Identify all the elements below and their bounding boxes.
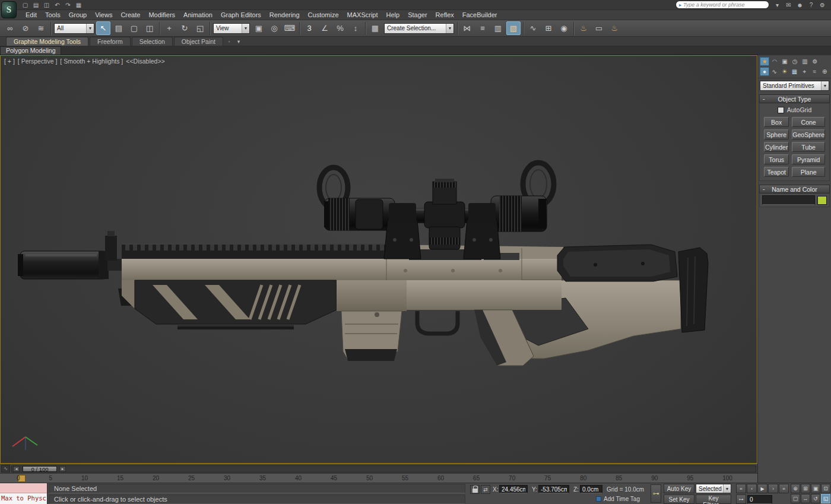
modify-tab-icon[interactable]: ◠ (770, 57, 779, 66)
open-file-icon[interactable]: ▤ (31, 1, 41, 9)
time-slider-track[interactable]: ◂ 0 / 100 ▸ (11, 465, 756, 473)
new-scene-icon[interactable]: ▢ (20, 1, 30, 9)
pyramid-button[interactable]: Pyramid (792, 154, 825, 164)
workspace-icon[interactable]: ⚙ (817, 1, 827, 9)
menu-tools[interactable]: Tools (41, 11, 65, 18)
space-warps-category-icon[interactable]: ≈ (810, 67, 819, 76)
turret-housing[interactable] (424, 179, 465, 249)
menu-create[interactable]: Create (116, 11, 144, 18)
sphere-button[interactable]: Sphere (764, 129, 789, 140)
viewport-pov-menu[interactable]: [ Perspective ] (18, 58, 58, 65)
select-and-manipulate-icon[interactable]: ◎ (267, 21, 281, 35)
geometry-category-icon[interactable]: ● (760, 67, 769, 76)
next-frame-arrow[interactable]: ▸ (59, 466, 66, 472)
object-color-swatch[interactable] (817, 196, 827, 205)
orbit-view-button[interactable]: ↺ (811, 494, 820, 503)
menu-rendering[interactable]: Rendering (265, 11, 304, 18)
primitive-category-dropdown[interactable]: Standard Primitives ▼ (760, 81, 829, 91)
max-logo-icon[interactable]: S (1, 1, 17, 18)
save-file-icon[interactable]: ◫ (42, 1, 52, 9)
zoom-all-button[interactable]: ⊞ (801, 484, 810, 493)
auto-key-button[interactable]: Auto Key (664, 484, 694, 493)
toggle-scene-explorer-icon[interactable]: ▥ (491, 21, 505, 35)
systems-category-icon[interactable]: ⊕ (820, 67, 829, 76)
toggle-ribbon-icon[interactable]: ▧ (506, 21, 521, 35)
pan-view-button[interactable]: ↔ (801, 494, 810, 503)
geosphere-button[interactable]: GeoSphere (792, 129, 825, 140)
select-and-rotate-icon[interactable]: ↻ (177, 21, 192, 35)
perspective-viewport[interactable]: [ + ][ Perspective ][ Smooth + Highlight… (0, 55, 757, 464)
current-frame-field[interactable] (747, 495, 772, 504)
help-icon[interactable]: ? (806, 1, 816, 9)
ribbon-config-icon[interactable]: ▾ (234, 37, 243, 46)
rendered-frame-window-icon[interactable]: ▭ (592, 21, 606, 35)
select-and-move-icon[interactable]: + (162, 21, 176, 35)
search-input[interactable] (683, 2, 766, 8)
viewport-shading-menu[interactable]: [ Smooth + Highlights ] (60, 58, 123, 65)
rollout-header-object-type[interactable]: - Object Type (759, 94, 830, 103)
material-editor-icon[interactable]: ◉ (557, 21, 571, 35)
teapot-button[interactable]: Teapot (764, 167, 789, 177)
panel-tab-polygon-modeling[interactable]: Polygon Modeling (0, 46, 61, 55)
cone-button[interactable]: Cone (792, 117, 825, 127)
communication-center-icon[interactable]: ✉ (784, 1, 794, 9)
previous-frame-button[interactable]: ‹ (747, 484, 757, 493)
tab-selection[interactable]: Selection (132, 37, 173, 46)
play-animation-button[interactable]: ▶ (757, 484, 767, 493)
zoom-extents-all-button[interactable]: ⊡ (821, 484, 830, 493)
time-slider-handle[interactable]: 0 / 100 (23, 466, 57, 472)
maxscript-mini-listener[interactable]: Max to Physc. (0, 483, 47, 504)
menu-animation[interactable]: Animation (179, 11, 217, 18)
menu-modifiers[interactable]: Modifiers (144, 11, 179, 18)
butt-pad[interactable] (678, 248, 708, 332)
edit-named-selection-sets-icon[interactable]: ▦ (368, 21, 382, 35)
create-tab-icon[interactable]: ★ (760, 57, 769, 66)
z-coordinate-field[interactable] (580, 485, 602, 493)
menu-facebuilder[interactable]: FaceBuilder (458, 11, 502, 18)
suppressor[interactable] (18, 251, 109, 279)
ribbon-display-toggle-icon[interactable]: ◦ (224, 37, 234, 46)
box-button[interactable]: Box (764, 117, 789, 127)
magazine[interactable] (337, 280, 407, 361)
use-pivot-center-icon[interactable]: ▣ (252, 21, 266, 35)
curve-editor-icon[interactable]: ∿ (526, 21, 540, 35)
spinner-snap-icon[interactable]: ↕ (348, 21, 363, 35)
shapes-category-icon[interactable]: ∿ (770, 67, 779, 76)
maximize-viewport-toggle-button[interactable]: ◱ (821, 494, 830, 503)
key-mode-toggle-button[interactable]: ⊶ (736, 495, 746, 504)
unlink-selection-icon[interactable]: ⊘ (18, 21, 33, 35)
autogrid-checkbox[interactable] (778, 107, 784, 113)
tab-graphite-modeling-tools[interactable]: Graphite Modeling Tools (6, 37, 88, 46)
cheek-rest[interactable] (557, 245, 677, 281)
listener-macro-row[interactable] (0, 483, 47, 493)
selection-filter-dropdown[interactable]: All ▼ (54, 23, 94, 34)
key-filters-button[interactable]: Key Filters... (696, 495, 731, 504)
menu-group[interactable]: Group (65, 11, 91, 18)
select-by-name-icon[interactable]: ▤ (112, 21, 126, 35)
motion-tab-icon[interactable]: ◷ (790, 57, 800, 66)
rectangular-selection-region-icon[interactable]: ▢ (127, 21, 141, 35)
sign-in-icon[interactable]: ☻ (795, 1, 805, 9)
go-to-start-button[interactable]: « (736, 484, 746, 493)
lights-category-icon[interactable]: ☀ (780, 67, 789, 76)
align-icon[interactable]: ≡ (475, 21, 490, 35)
objective-housing[interactable] (491, 196, 547, 232)
selection-lock-toggle[interactable] (470, 485, 480, 494)
schematic-view-icon[interactable]: ⊞ (541, 21, 556, 35)
menu-stager[interactable]: Stager (404, 11, 431, 18)
menu-reflex[interactable]: Reflex (432, 11, 458, 18)
snaps-toggle-icon[interactable]: 3 (302, 21, 316, 35)
select-and-link-icon[interactable]: ∞ (3, 21, 17, 35)
previous-frame-arrow[interactable]: ◂ (13, 466, 20, 472)
angle-snap-icon[interactable]: ∠ (318, 21, 332, 35)
redo-icon[interactable]: ↷ (63, 1, 73, 9)
add-time-tag[interactable]: Add Time Tag (596, 496, 640, 502)
tab-object-paint[interactable]: Object Paint (174, 37, 223, 46)
field-of-view-button[interactable]: ▢ (791, 494, 800, 503)
project-folder-icon[interactable]: ▦ (74, 1, 84, 9)
reference-coordinate-dropdown[interactable]: View ▼ (213, 23, 250, 34)
go-to-end-button[interactable]: » (779, 484, 789, 493)
display-tab-icon[interactable]: ▥ (800, 57, 810, 66)
next-frame-button[interactable]: › (768, 484, 778, 493)
viewport-disabled-flag[interactable]: <<Disabled>> (126, 58, 164, 65)
